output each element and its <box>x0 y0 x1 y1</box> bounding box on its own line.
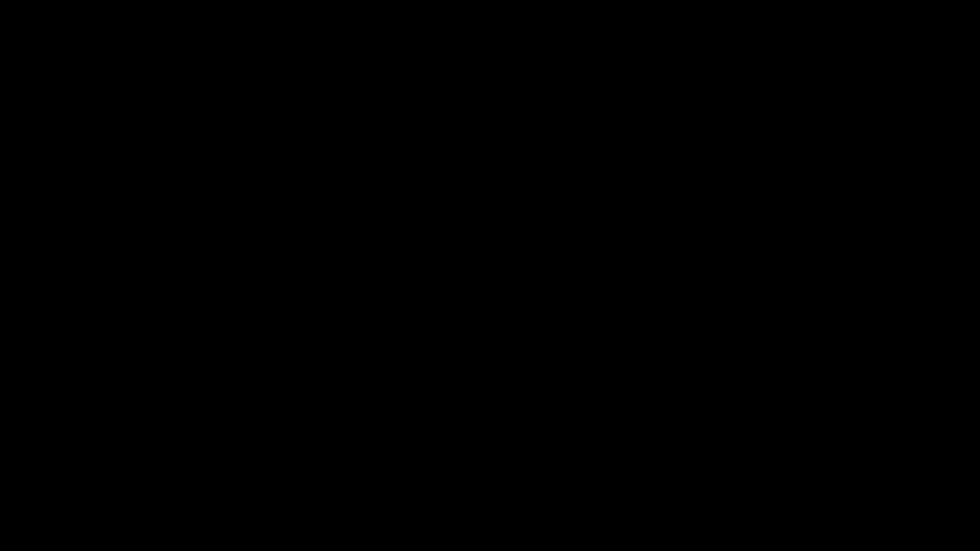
dashboard <box>0 0 980 551</box>
